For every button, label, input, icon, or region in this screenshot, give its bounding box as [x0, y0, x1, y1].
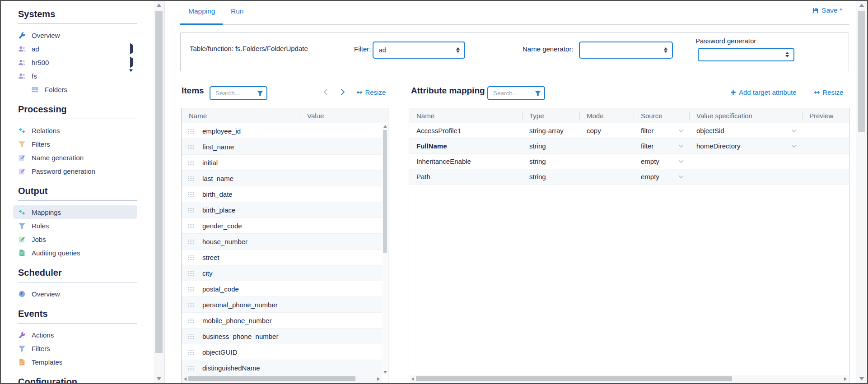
items-row[interactable]: employee_id: [182, 123, 382, 139]
mapping-search-box[interactable]: [487, 86, 545, 100]
sidebar-item-processing-filters[interactable]: Filters: [13, 137, 137, 151]
items-resize-button[interactable]: ↔ Resize: [356, 88, 386, 96]
items-row[interactable]: street: [182, 250, 382, 265]
source-dropdown-icon[interactable]: [678, 144, 684, 148]
items-row[interactable]: postal_code: [182, 281, 382, 297]
scroll-down-icon[interactable]: [859, 377, 864, 380]
items-row[interactable]: initial: [182, 155, 382, 171]
chevron-down-icon[interactable]: [129, 72, 133, 80]
mapping-row[interactable]: AccessProfile1 string-array copy filter …: [409, 123, 849, 139]
tab-mapping[interactable]: Mapping: [188, 7, 215, 15]
items-prev-button[interactable]: [323, 88, 328, 96]
scroll-up-icon[interactable]: [859, 4, 864, 7]
drag-handle-icon[interactable]: [187, 271, 194, 276]
items-search-input[interactable]: [215, 89, 256, 97]
items-row[interactable]: birth_date: [182, 186, 382, 202]
items-row[interactable]: house_number: [182, 234, 382, 250]
items-next-button[interactable]: [341, 88, 345, 96]
items-row[interactable]: last_name: [182, 171, 382, 186]
filter-select[interactable]: ad: [373, 42, 465, 59]
source-dropdown-icon[interactable]: [678, 160, 684, 163]
items-row[interactable]: objectGUID: [182, 344, 382, 360]
scroll-up-icon[interactable]: [383, 125, 387, 128]
items-row[interactable]: birth_place: [182, 202, 382, 218]
filter-funnel-icon[interactable]: [535, 90, 541, 97]
value-spec-dropdown-icon[interactable]: [791, 144, 797, 148]
drag-handle-icon[interactable]: [187, 239, 194, 244]
drag-handle-icon[interactable]: [187, 160, 194, 165]
drag-handle-icon[interactable]: [187, 334, 194, 339]
scrollbar-thumb[interactable]: [858, 11, 865, 132]
source-dropdown-icon[interactable]: [678, 129, 684, 133]
sidebar-item-ad[interactable]: ad: [13, 42, 137, 56]
drag-handle-icon[interactable]: [187, 365, 194, 370]
mapping-row[interactable]: InheritanceEnable string empty: [409, 154, 849, 169]
sidebar-item-hr500[interactable]: hr500: [13, 56, 137, 69]
value-spec-dropdown-icon[interactable]: [791, 129, 797, 133]
items-row[interactable]: distinguishedName: [182, 360, 382, 375]
items-row[interactable]: mobile_phone_number: [182, 313, 382, 328]
mapping-resize-button[interactable]: ↔ Resize: [814, 88, 843, 96]
sidebar-item-events-filters[interactable]: Filters: [13, 342, 137, 355]
sidebar-item-mappings[interactable]: Mappings: [13, 205, 137, 219]
scroll-down-icon[interactable]: [157, 377, 161, 380]
sidebar-item-actions[interactable]: Actions: [13, 328, 137, 342]
scroll-up-icon[interactable]: [157, 4, 161, 7]
drag-handle-icon[interactable]: [187, 287, 194, 291]
drag-handle-icon[interactable]: [187, 129, 194, 134]
password-generator-select[interactable]: [698, 48, 794, 61]
chevron-right-icon[interactable]: [130, 45, 133, 53]
scrollbar-thumb[interactable]: [383, 130, 387, 253]
items-row[interactable]: personal_phone_number: [182, 297, 382, 313]
drag-handle-icon[interactable]: [187, 318, 194, 323]
scroll-right-icon[interactable]: [377, 377, 380, 381]
window-scrollbar[interactable]: [856, 1, 867, 383]
sidebar-item-relations[interactable]: Relations: [13, 124, 137, 137]
items-horizontal-scrollbar[interactable]: [182, 375, 382, 382]
scrollbar-thumb[interactable]: [416, 376, 732, 381]
scroll-left-icon[interactable]: [184, 377, 187, 381]
sidebar-item-jobs[interactable]: Jobs: [13, 232, 137, 246]
drag-handle-icon[interactable]: [187, 192, 194, 197]
drag-handle-icon[interactable]: [187, 176, 194, 181]
tab-run[interactable]: Run: [231, 7, 243, 15]
drag-handle-icon[interactable]: [187, 144, 194, 149]
sidebar-scrollbar[interactable]: [154, 1, 165, 383]
drag-handle-icon[interactable]: [187, 255, 194, 260]
items-row[interactable]: business_phone_number: [182, 328, 382, 344]
sidebar-item-name-generation[interactable]: Name generation: [13, 151, 137, 164]
scrollbar-thumb[interactable]: [155, 11, 163, 353]
drag-handle-icon[interactable]: [187, 350, 194, 355]
scroll-down-icon[interactable]: [383, 371, 387, 374]
chevron-right-icon[interactable]: [130, 59, 133, 66]
sidebar-item-fs[interactable]: fs: [13, 69, 137, 83]
mapping-row[interactable]: FullName string filter homeDirectory: [409, 139, 849, 154]
name-generator-select[interactable]: [579, 42, 673, 59]
save-button[interactable]: Save *: [812, 6, 842, 14]
add-target-attribute-button[interactable]: Add target attribute: [730, 88, 797, 96]
items-search-box[interactable]: [210, 86, 267, 100]
scrollbar-thumb[interactable]: [188, 376, 355, 381]
scroll-right-icon[interactable]: [844, 377, 847, 381]
filter-funnel-icon[interactable]: [257, 90, 263, 97]
sidebar-item-systems-overview[interactable]: Overview: [13, 28, 137, 42]
drag-handle-icon[interactable]: [187, 208, 194, 213]
mapping-search-input[interactable]: [492, 89, 534, 97]
items-row[interactable]: city: [182, 265, 382, 281]
sidebar-item-folders[interactable]: Folders: [26, 83, 137, 96]
sidebar-item-templates[interactable]: Templates: [13, 355, 137, 369]
drag-handle-icon[interactable]: [187, 302, 194, 307]
sidebar-item-roles[interactable]: Roles: [13, 219, 137, 232]
drag-handle-icon[interactable]: [187, 223, 194, 228]
sidebar-item-scheduler-overview[interactable]: Overview: [13, 287, 137, 301]
sidebar-item-auditing-queries[interactable]: Auditing queries: [13, 246, 137, 259]
items-row[interactable]: gender_code: [182, 218, 382, 234]
sidebar-item-password-generation[interactable]: Password generation: [13, 164, 137, 178]
source-dropdown-icon[interactable]: [678, 175, 684, 179]
scroll-left-icon[interactable]: [411, 377, 414, 381]
items-column-value: Value: [300, 108, 388, 123]
items-vertical-scrollbar[interactable]: [382, 124, 388, 375]
mapping-horizontal-scrollbar[interactable]: [410, 375, 849, 382]
items-row[interactable]: first_name: [182, 139, 382, 155]
mapping-row[interactable]: Path string empty: [409, 169, 849, 185]
